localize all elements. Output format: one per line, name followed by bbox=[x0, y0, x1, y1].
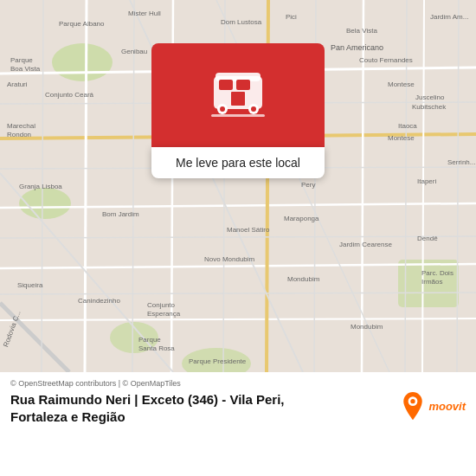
label-maraponga: Maraponga bbox=[284, 215, 319, 222]
label-marechal: Marechal bbox=[7, 122, 35, 130]
label-dom-lustosa: Dom Lustosa bbox=[221, 18, 262, 26]
svg-line-12 bbox=[85, 0, 87, 372]
label-bom-jardim: Bom Jardim bbox=[102, 210, 139, 218]
label-mister-hull: Mister Hull bbox=[128, 10, 161, 17]
location-card[interactable]: Me leve para este local bbox=[151, 43, 325, 178]
label-manoel-satorio: Manoel Sátiro bbox=[227, 226, 270, 234]
route-title-line1: Rua Raimundo Neri | Exceto (346) - Vila … bbox=[10, 392, 285, 407]
label-parque-presidente: Parque Presidente bbox=[189, 357, 247, 365]
route-title-line2: Fortaleza e Região bbox=[10, 409, 125, 424]
label-araturi: Araturi bbox=[7, 80, 28, 88]
svg-rect-34 bbox=[236, 80, 250, 90]
bus-icon bbox=[207, 64, 269, 126]
label-montese2: Montese bbox=[388, 134, 415, 142]
label-pici: Pici bbox=[286, 13, 297, 21]
label-kubitschek: Kubitschek bbox=[412, 103, 447, 111]
label-juscelino: Juscelino bbox=[415, 93, 445, 101]
svg-rect-33 bbox=[219, 80, 233, 90]
moovit-text: moovit bbox=[428, 400, 466, 413]
label-bela-vista: Bela Vista bbox=[346, 27, 377, 35]
label-conjunto-esperanca: Conjunto bbox=[147, 301, 176, 309]
card-label-text: Me leve para este local bbox=[176, 156, 300, 170]
label-genibau: Genibau bbox=[121, 48, 147, 55]
label-mondubim2: Mondubim bbox=[351, 323, 383, 331]
label-itaoca: Itaoca bbox=[398, 122, 417, 130]
label-itaperi: Itaperi bbox=[417, 177, 436, 185]
bottom-bar: © OpenStreetMap contributors | © OpenMap… bbox=[0, 372, 476, 476]
label-pan-americano: Pan Americano bbox=[331, 43, 383, 52]
label-rondon: Rondon bbox=[7, 131, 31, 138]
label-parque-santa-rosa: Parque bbox=[138, 336, 161, 344]
route-info: Rua Raimundo Neri | Exceto (346) - Vila … bbox=[10, 391, 466, 425]
svg-point-42 bbox=[411, 399, 415, 403]
svg-rect-35 bbox=[231, 92, 245, 106]
label-siqueira: Siqueira bbox=[17, 281, 43, 289]
label-conjunto-ceara: Conjunto Ceará bbox=[45, 91, 94, 99]
route-text: Rua Raimundo Neri | Exceto (346) - Vila … bbox=[10, 391, 392, 425]
map-attribution: © OpenStreetMap contributors | © OpenMap… bbox=[10, 379, 466, 388]
label-montese1: Montese bbox=[388, 80, 415, 88]
label-parc-dois: Parc. Dois bbox=[421, 269, 453, 277]
label-parque-boa-vista: Parque bbox=[10, 56, 33, 64]
moovit-logo: moovit bbox=[401, 391, 466, 421]
card-label[interactable]: Me leve para este local bbox=[151, 147, 325, 178]
label-jardim-am: Jardim Am... bbox=[430, 13, 468, 21]
svg-point-37 bbox=[220, 106, 225, 112]
app-container: Pan Americano Mister Hull Dom Lustosa Pi… bbox=[0, 0, 476, 476]
label-santa-rosa: Santa Rosa bbox=[138, 344, 175, 352]
svg-point-1 bbox=[52, 43, 113, 81]
label-parque-albano: Parque Albano bbox=[59, 20, 105, 28]
svg-rect-40 bbox=[211, 114, 265, 117]
svg-point-39 bbox=[251, 106, 256, 112]
label-pery: Pery bbox=[301, 181, 315, 189]
route-title: Rua Raimundo Neri | Exceto (346) - Vila … bbox=[10, 391, 392, 425]
label-boa-vista: Boa Vista bbox=[10, 65, 41, 73]
label-jardim-cearense: Jardim Cearense bbox=[339, 241, 392, 248]
label-mondubim: Mondubim bbox=[287, 275, 320, 283]
label-couto-fernandes: Couto Fernandes bbox=[359, 56, 413, 64]
label-canindezinho: Canindezinho bbox=[78, 297, 120, 305]
moovit-pin-icon bbox=[401, 391, 425, 421]
label-esperanca: Esperança bbox=[147, 310, 181, 318]
label-novo-mondubim: Novo Mondubim bbox=[204, 255, 255, 263]
bus-icon-box bbox=[151, 43, 325, 147]
label-serrinha: Serrinh... bbox=[447, 158, 475, 166]
label-irmaos: Irmãos bbox=[421, 278, 442, 286]
label-dende: Dendê bbox=[417, 235, 438, 242]
label-granja-lisboa: Granja Lisboa bbox=[19, 183, 62, 190]
map-area[interactable]: Pan Americano Mister Hull Dom Lustosa Pi… bbox=[0, 0, 476, 372]
